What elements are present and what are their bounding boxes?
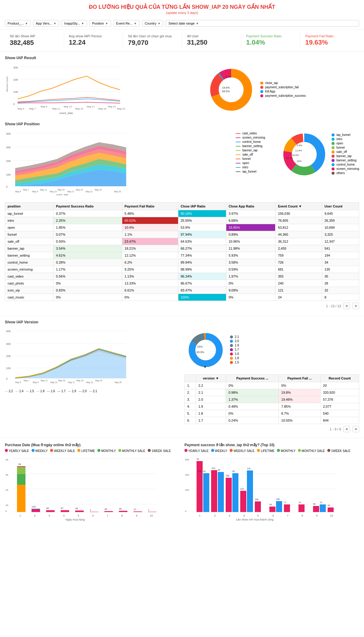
cell-close-app: 1.97%: [226, 273, 275, 280]
svg-rect-144: [218, 472, 224, 512]
cell-version: 2.0: [196, 396, 226, 403]
svg-text:0: 0: [185, 510, 187, 513]
cell-version: 1.9: [196, 403, 226, 410]
metric-user-select: Số lần User có chọn gói mua 79,070: [123, 33, 182, 48]
cell-v-fail: 8.7%: [279, 410, 321, 417]
filter-daterange[interactable]: Select date range ▼: [166, 20, 359, 27]
version-next-button[interactable]: >: [352, 426, 359, 432]
position-donut-svg: 11.6% 40.8% 20% 9.5% 16.7%: [280, 129, 329, 180]
svg-text:event_date: event_date: [59, 112, 73, 115]
svg-text:212: 212: [240, 488, 244, 490]
filter-event[interactable]: Event Re... ▼: [113, 20, 140, 27]
svg-text:200: 200: [185, 489, 189, 491]
cell-user-count: 3,325: [322, 231, 359, 238]
col-version[interactable]: version ▼: [196, 375, 226, 382]
svg-text:8: 8: [302, 514, 303, 517]
svg-text:47: 47: [61, 507, 63, 510]
svg-text:Lần show IAP mua thành công: Lần show IAP mua thành công: [236, 518, 273, 521]
svg-text:0: 0: [6, 377, 8, 380]
svg-text:24: 24: [197, 458, 199, 460]
cell-v-count: 844: [320, 417, 359, 424]
cell-close-iap: 100%: [178, 294, 226, 301]
svg-text:0: 0: [6, 185, 8, 188]
version-section: Show IAP Version 40K 30K 20K 10K 0 May 5…: [0, 317, 364, 436]
cell-pay-fail: 1.1%: [122, 231, 178, 238]
svg-text:May 23: May 23: [95, 189, 102, 191]
svg-text:30K: 30K: [6, 146, 11, 149]
cell-pay-success: 2.25%: [53, 217, 122, 224]
cell-event-count: 76,605: [275, 217, 322, 224]
cell-user-count: 10,684: [322, 224, 359, 231]
svg-rect-148: [232, 473, 238, 512]
cell-close-iap: 83.47%: [178, 287, 226, 294]
cell-v-fail: 19.8%: [279, 389, 321, 396]
cell-position: sale_off: [5, 238, 53, 245]
svg-text:May 23: May 23: [95, 379, 102, 382]
cell-close-app: 5.93%: [226, 252, 275, 259]
col-pay-success: Payment Success Ratio: [53, 203, 122, 210]
cell-v-success: 0%: [226, 382, 279, 389]
version-prev-button[interactable]: <: [343, 426, 350, 432]
cell-v-success: 1.37%: [226, 396, 279, 403]
position-table-section: position Payment Success Ratio Payment F…: [0, 202, 364, 315]
cell-v-count: 320,920: [320, 389, 359, 396]
chevron-down-icon: ▼: [157, 22, 160, 25]
chevron-down-icon: ▼: [134, 22, 137, 25]
cell-user-count: 35: [322, 273, 359, 280]
cell-pay-success: 0.28%: [53, 259, 122, 266]
svg-text:108: 108: [276, 498, 280, 500]
cell-close-app: 0%: [226, 280, 275, 287]
filter-country[interactable]: Country ▼: [142, 20, 163, 27]
table-row: 2. 2.1 0.98% 19.8% 320,920: [185, 389, 359, 396]
next-page-button[interactable]: >: [352, 303, 359, 309]
col-v-pay-success: Payment Success ...: [226, 375, 279, 382]
svg-text:45: 45: [328, 504, 330, 507]
cell-pay-success: 1.85%: [53, 224, 122, 231]
cell-version: 2.1: [196, 389, 226, 396]
cell-close-iap: 25.55%: [178, 217, 226, 224]
svg-text:5: 5: [257, 514, 259, 517]
cell-v-fail: 7.85%: [279, 403, 321, 410]
table-row: cast_video 0.56% 1.13% 96.34% 1.97% 355 …: [5, 273, 359, 280]
cell-v-fail: 19.46%: [279, 396, 321, 403]
chevron-down-icon: ▼: [53, 22, 56, 25]
svg-text:1: 1: [148, 509, 150, 511]
cell-close-app: 11.98%: [226, 245, 275, 252]
svg-text:54: 54: [269, 504, 272, 506]
filter-product[interactable]: Product_... ▼: [5, 20, 31, 27]
cell-user-count: 28: [322, 280, 359, 287]
svg-rect-143: [211, 470, 217, 512]
svg-text:May 13: May 13: [50, 381, 57, 384]
metrics-row: Số lần Show IAP 382,485 Avg show IAP/ Pe…: [0, 29, 364, 52]
line-chart-svg: 30K 20K 10K 0 May 5 May 7: [5, 62, 132, 117]
table-row: 5. 1.8 0% 8.7% 540: [185, 410, 359, 417]
svg-text:May 23: May 23: [117, 107, 125, 110]
cell-user-count: 34: [322, 259, 359, 266]
cell-pay-success: 3.54%: [53, 245, 122, 252]
cell-position: banner_setting: [5, 252, 53, 259]
col-close-app: Close App Ratio: [226, 203, 275, 210]
filter-appver[interactable]: App Vers... ▼: [33, 20, 59, 27]
table-row: open 1.85% 10.4% 53.9% 33.85% 63,812 10,…: [5, 224, 359, 231]
filter-bar: Product_... ▼ App Vers... ▼ InappSty... …: [0, 18, 364, 29]
svg-text:May 9: May 9: [33, 381, 39, 384]
svg-text:3: 3: [229, 514, 230, 517]
svg-text:40.8%: 40.8%: [292, 154, 299, 157]
cell-close-iap: 86.67%: [178, 280, 226, 287]
table-row: cast_photo 0% 13.33% 86.67% 0% 240 28: [5, 280, 359, 287]
svg-text:10: 10: [330, 514, 333, 517]
version-donut-wrap: 15% 83.9% ▼ 2.1 2.0 1.9 1.7 1.6 1.8 1.5: [184, 329, 359, 371]
filter-inappstyle[interactable]: InappSty... ▼: [62, 20, 87, 27]
svg-text:4: 4: [243, 514, 245, 517]
col-num: [185, 375, 196, 382]
cell-close-iap: 97.94%: [178, 231, 226, 238]
svg-text:83.9%: 83.9%: [197, 351, 204, 354]
version-right-panel: 15% 83.9% ▼ 2.1 2.0 1.9 1.7 1.6 1.8 1.5 …: [184, 320, 359, 434]
col-event-count[interactable]: Event Count ▼: [275, 203, 322, 210]
chevron-down-icon: ▼: [105, 22, 108, 25]
prev-page-button[interactable]: <: [343, 303, 350, 309]
filter-position[interactable]: Position ▼: [89, 20, 111, 27]
cell-num: 3.: [185, 396, 196, 403]
page-title: ĐO LƯỜNG HIỆU QUẢ CỦA TỪNG LẦN SHOW_IAP …: [0, 0, 364, 18]
svg-text:84: 84: [232, 470, 235, 472]
